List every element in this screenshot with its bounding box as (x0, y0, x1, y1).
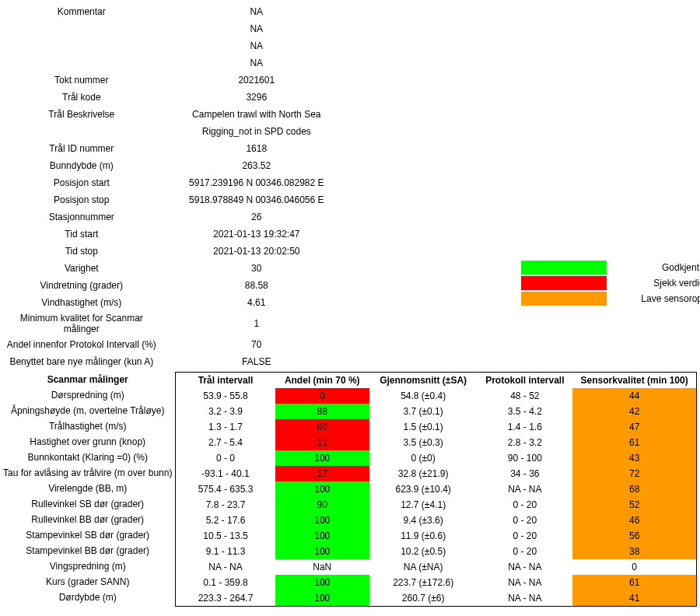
row-name: Tau for avlåsing av trålvire (m over bun… (3, 465, 172, 481)
col-interval: Trål intervall (176, 373, 275, 389)
meta-value: 70 (160, 336, 353, 353)
meta-value: 26 (160, 208, 353, 226)
meta-label: Bunndybde (m) (3, 157, 160, 174)
cell-andel: 11 (275, 435, 369, 450)
meta-row: Benyttet bare nye målinger (kun A)FALSE (3, 353, 353, 370)
meta-row: Trål ID nummer1618 (3, 140, 353, 157)
meta-row: Tid start2021-01-13 19:32:47 (3, 226, 353, 243)
metadata-table: KommentarNANANANATokt nummer2021601Trål … (3, 3, 353, 370)
meta-value: 2021601 (160, 72, 353, 89)
meta-value: 1 (160, 311, 353, 336)
cell-mean: 3.7 (±0.1) (369, 404, 478, 419)
cell-mean: NA (±NA) (369, 559, 478, 575)
row-name: Dørspredning (m) (3, 387, 172, 403)
meta-value: 88.58 (160, 277, 353, 294)
meta-label: Tid start (3, 226, 160, 243)
table-row: 10.5 - 13.510011.9 (±0.6)0 - 2056 (176, 528, 697, 544)
cell-mean: 623.9 (±10.4) (369, 481, 478, 497)
cell-andel: 17 (275, 466, 369, 481)
meta-label: Vindhastighet (m/s) (3, 294, 160, 311)
row-name: Bunnkontakt (Klaring =0) (%) (3, 450, 172, 465)
cell-proto: 1.4 - 1.6 (477, 419, 572, 435)
cell-proto: NA - NA (477, 590, 572, 607)
meta-label: Varighet (3, 260, 160, 277)
cell-proto: 90 - 100 (477, 450, 572, 466)
table-row: 5.2 - 17.61009.4 (±3.6)0 - 2046 (176, 513, 697, 528)
meta-label: Benyttet bare nye målinger (kun A) (3, 353, 160, 370)
cell-interval: -93.1 - 40.1 (176, 466, 275, 481)
cell-sensor-quality: 72 (572, 466, 696, 481)
meta-label: Posisjon stop (3, 191, 160, 208)
meta-label (3, 123, 160, 140)
row-name: Hastighet over grunn (knop) (3, 434, 172, 450)
cell-sensor-quality: 44 (572, 388, 696, 404)
table-row: -93.1 - 40.11732.8 (±21.9)34 - 3672 (176, 466, 697, 481)
cell-interval: NA - NA (176, 559, 275, 575)
cell-interval: 0 - 0 (176, 450, 275, 466)
table-row: 7.8 - 23.79012.7 (±4.1)0 - 2052 (176, 497, 697, 513)
cell-andel: 100 (275, 590, 369, 607)
meta-value: 2021-01-13 19:32:47 (160, 226, 353, 243)
cell-andel: NaN (275, 559, 369, 575)
cell-andel: 90 (275, 497, 369, 513)
cell-sensor-quality: 68 (572, 481, 696, 497)
meta-label: Vindretning (grader) (3, 277, 160, 294)
cell-mean: 11.9 (±0.6) (369, 528, 478, 544)
table-row: 0 - 01000 (±0)90 - 10043 (176, 450, 697, 466)
cell-interval: 5.2 - 17.6 (176, 513, 275, 528)
cell-mean: 54.8 (±0.4) (369, 388, 478, 404)
meta-label: Stasjonnummer (3, 208, 160, 226)
row-name: Rullevinkel SB dør (grader) (3, 496, 172, 512)
meta-row: Bunndybde (m)263.52 (3, 157, 353, 174)
row-name: Stampevinkel BB dør (grader) (3, 543, 172, 558)
meta-row: NA (3, 54, 353, 72)
meta-value: NA (160, 3, 353, 20)
cell-andel: 100 (275, 513, 369, 528)
cell-sensor-quality: 56 (572, 528, 696, 544)
meta-label: Kommentar (3, 3, 160, 20)
cell-andel: 100 (275, 575, 369, 590)
cell-interval: 7.8 - 23.7 (176, 497, 275, 513)
cell-proto: NA - NA (477, 559, 572, 575)
meta-row: KommentarNA (3, 3, 353, 20)
cell-proto: 0 - 20 (477, 513, 572, 528)
col-mean: Gjennomsnitt (±SA) (369, 373, 478, 389)
cell-mean: 32.8 (±21.9) (369, 466, 478, 481)
meta-label: Trål kode (3, 89, 160, 106)
meta-label (3, 54, 160, 72)
cell-sensor-quality: 46 (572, 513, 696, 528)
table-header-row: Trål intervall Andel (min 70 %) Gjennoms… (176, 373, 697, 389)
meta-row: Varighet30 (3, 260, 353, 277)
table-row: 1.3 - 1.7661.5 (±0.1)1.4 - 1.647 (176, 419, 697, 435)
cell-sensor-quality: 41 (572, 590, 696, 607)
cell-interval: 223.3 - 264.7 (176, 590, 275, 607)
meta-label: Tokt nummer (3, 72, 160, 89)
cell-sensor-quality: 61 (572, 575, 696, 590)
meta-value: 30 (160, 260, 353, 277)
col-proto: Protokoll intervall (477, 373, 572, 389)
cell-mean: 1.5 (±0.1) (369, 419, 478, 435)
col-andel: Andel (min 70 %) (275, 373, 369, 389)
table-row: 223.3 - 264.7100260.7 (±6)NA - NA41 (176, 590, 697, 607)
cell-proto: 0 - 20 (477, 497, 572, 513)
meta-row: Trål kode3296 (3, 89, 353, 106)
meta-row: NA (3, 20, 353, 37)
table-row: 2.7 - 5.4113.5 (±0.3)2.8 - 3.261 (176, 435, 697, 450)
cell-proto: 0 - 20 (477, 544, 572, 559)
cell-mean: 223.7 (±172.6) (369, 575, 478, 590)
meta-row: Trål BeskrivelseCampelen trawl with Nort… (3, 106, 353, 123)
meta-label: Andel innenfor Protokol Intervall (%) (3, 336, 160, 353)
meta-row: Vindhastighet (m/s)4.61 (3, 294, 353, 311)
cell-mean: 3.5 (±0.3) (369, 435, 478, 450)
cell-proto: NA - NA (477, 481, 572, 497)
meta-label: Posisjon start (3, 174, 160, 191)
meta-row: Rigging_not in SPD codes (3, 123, 353, 140)
meta-value: FALSE (160, 353, 353, 370)
meta-label: Tid stop (3, 243, 160, 260)
cell-interval: 10.5 - 13.5 (176, 528, 275, 544)
meta-row: Andel innenfor Protokol Intervall (%)70 (3, 336, 353, 353)
cell-sensor-quality: 0 (572, 559, 696, 575)
cell-interval: 3.2 - 3.9 (176, 404, 275, 419)
cell-proto: 48 - 52 (477, 388, 572, 404)
row-name: Åpningshøyde (m, overtelne Tråløye) (3, 403, 172, 418)
